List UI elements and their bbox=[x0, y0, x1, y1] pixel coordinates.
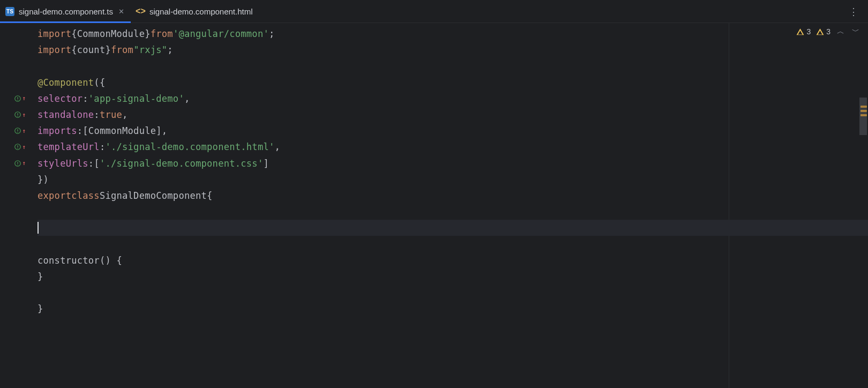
scrollbar-thumb[interactable] bbox=[859, 98, 867, 135]
svg-rect-17 bbox=[18, 162, 18, 164]
tab-signal-demo-ts[interactable]: TS signal-demo.component.ts ✕ bbox=[0, 0, 131, 23]
code-line[interactable]: import {CommonModule} from '@angular/com… bbox=[38, 26, 868, 42]
tab-signal-demo-html[interactable]: <> signal-demo.component.html bbox=[131, 0, 259, 23]
usage-nav-icon[interactable]: ↑ bbox=[14, 111, 26, 118]
error-stripe[interactable] bbox=[859, 47, 867, 388]
code-line[interactable]: } bbox=[38, 301, 868, 317]
svg-rect-9 bbox=[18, 116, 18, 116]
warning-marker[interactable] bbox=[860, 110, 867, 112]
code-line[interactable]: } bbox=[38, 268, 868, 285]
text-caret bbox=[38, 222, 39, 234]
code-line[interactable] bbox=[38, 204, 868, 220]
svg-rect-15 bbox=[18, 148, 18, 149]
svg-rect-11 bbox=[18, 129, 18, 131]
usage-nav-icon[interactable]: ↑ bbox=[14, 127, 26, 135]
html-file-icon: <> bbox=[136, 7, 145, 16]
code-line[interactable]: styleUrls: ['./signal-demo.component.css… bbox=[38, 155, 868, 171]
svg-rect-8 bbox=[18, 113, 18, 115]
tab-label: signal-demo.component.html bbox=[149, 7, 253, 16]
editor-tabs-bar: TS signal-demo.component.ts ✕ <> signal-… bbox=[0, 0, 868, 23]
editor-gutter[interactable]: ↑ ↑ ↑ ↑ ↑ bbox=[0, 23, 38, 388]
usage-nav-icon[interactable]: ↑ bbox=[14, 143, 26, 151]
code-line[interactable]: templateUrl: './signal-demo.component.ht… bbox=[38, 139, 868, 155]
warning-marker[interactable] bbox=[860, 106, 867, 108]
code-line-current[interactable] bbox=[38, 220, 868, 236]
code-editor[interactable]: ↑ ↑ ↑ ↑ ↑ import {CommonModule} from '@a… bbox=[0, 23, 868, 388]
code-line[interactable]: standalone: true, bbox=[38, 107, 868, 123]
code-line[interactable]: imports: [CommonModule], bbox=[38, 123, 868, 139]
typescript-file-icon: TS bbox=[5, 7, 14, 16]
code-line[interactable]: export class SignalDemoComponent { bbox=[38, 188, 868, 204]
usage-nav-icon[interactable]: ↑ bbox=[14, 95, 26, 102]
svg-rect-6 bbox=[18, 100, 18, 100]
svg-rect-5 bbox=[18, 97, 18, 99]
code-line[interactable]: import {count} from "rxjs"; bbox=[38, 42, 868, 58]
warning-marker[interactable] bbox=[860, 114, 867, 116]
close-icon[interactable]: ✕ bbox=[118, 8, 124, 16]
code-line[interactable] bbox=[38, 236, 868, 252]
tab-options-menu-icon[interactable]: ⋮ bbox=[839, 6, 868, 17]
tab-label: signal-demo.component.ts bbox=[19, 7, 113, 16]
code-line[interactable]: @Component({ bbox=[38, 74, 868, 91]
code-line[interactable] bbox=[38, 285, 868, 301]
code-line[interactable]: }) bbox=[38, 171, 868, 188]
code-line[interactable]: constructor() { bbox=[38, 252, 868, 268]
code-line[interactable]: selector: 'app-signal-demo', bbox=[38, 91, 868, 107]
svg-rect-14 bbox=[18, 145, 18, 147]
code-area[interactable]: import {CommonModule} from '@angular/com… bbox=[38, 23, 868, 388]
svg-rect-18 bbox=[18, 165, 18, 165]
code-line[interactable] bbox=[38, 58, 868, 74]
svg-rect-12 bbox=[18, 132, 18, 133]
usage-nav-icon[interactable]: ↑ bbox=[14, 160, 26, 167]
